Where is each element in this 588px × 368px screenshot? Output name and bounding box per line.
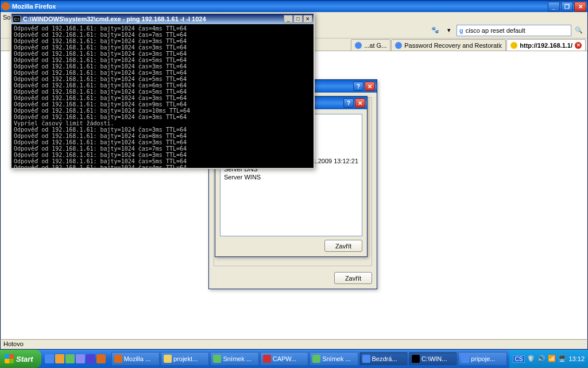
maximize-button[interactable]: □ [293,15,303,23]
close-button[interactable]: ✕ [303,15,312,23]
help-button[interactable]: ? [343,98,354,108]
taskbar-task[interactable]: Snímek ... [310,352,358,366]
firefox-title: Mozilla Firefox [12,3,548,10]
down-icon[interactable]: ▾ [443,24,455,37]
tray-icon[interactable]: 🖥️ [558,355,566,363]
start-label: Start [16,355,33,363]
status-text: Hotovo [3,340,24,347]
cmd-output[interactable]: Odpověď od 192.168.1.61: bajty=1024 čas=… [11,24,314,168]
mail-icon[interactable] [55,354,64,363]
search-go-icon[interactable]: 🔍 [572,24,585,37]
task-label: Bezdrá... [372,355,397,362]
close-dialog-button[interactable]: Zavřít [334,272,372,284]
windows-logo-icon [5,354,14,363]
favicon [355,42,362,49]
taskbar-task[interactable]: pripoje... [458,352,506,366]
language-indicator[interactable]: CS [513,355,525,363]
tray-icon[interactable]: 🔊 [537,355,546,363]
task-label: pripoje... [471,355,495,362]
task-label: CAPW... [273,355,297,362]
clock[interactable]: 13:12 [568,355,585,362]
maximize-button[interactable]: ❐ [561,2,573,12]
cmd-window: C:\ C:\WINDOWS\system32\cmd.exe - ping 1… [10,13,315,169]
favicon [510,42,517,49]
task-label: Snímek ... [322,355,351,362]
close-button[interactable]: ✕ [574,2,586,12]
google-icon: g [459,27,463,34]
task-icon [461,355,469,363]
taskbar-tasks: Mozilla ...projekt...Snímek ...CAPW...Sn… [109,352,509,366]
task-icon [164,355,172,363]
start-button[interactable]: Start [0,350,41,368]
cmd-titlebar[interactable]: C:\ C:\WINDOWS\system32\cmd.exe - ping 1… [11,14,314,24]
browser-tab[interactable]: http://192.168.1.1/✕ [506,39,586,51]
tab-label: Password Recovery and Restoration of ... [404,42,502,49]
task-label: projekt... [173,355,198,362]
firefox-statusbar: Hotovo [1,339,587,348]
favicon [395,42,402,49]
app-icon[interactable] [76,354,85,363]
taskbar-task[interactable]: Mozilla ... [111,352,160,366]
minimize-button[interactable]: _ [284,15,293,23]
cmd-icon: C:\ [13,16,21,22]
task-label: Snímek ... [223,355,252,362]
task-label: Mozilla ... [124,355,150,362]
firefox-icon [2,2,10,10]
firefox-titlebar[interactable]: Mozilla Firefox _ ❐ ✕ [1,1,587,12]
task-icon [412,355,420,363]
ie-icon[interactable] [45,354,54,363]
task-icon [213,355,221,363]
cmd-title-text: C:\WINDOWS\system32\cmd.exe - ping 192.1… [23,16,284,22]
tab-close-icon[interactable]: ✕ [575,42,582,49]
taskbar: Start Mozilla ...projekt...Snímek ...CAP… [0,350,588,368]
paw-icon[interactable]: 🐾 [429,24,442,37]
task-icon [362,355,370,363]
taskbar-task[interactable]: Bezdrá... [359,352,408,366]
browser-tab[interactable]: ...at G... [351,39,390,51]
tray-icon[interactable]: 🛡️ [527,355,535,363]
task-icon [263,355,271,363]
task-icon [114,355,122,363]
taskbar-task[interactable]: C:\WIN... [409,352,457,366]
close-dialog-button[interactable]: Zavřít [324,240,362,252]
task-label: C:\WIN... [421,355,447,362]
app-icon[interactable] [86,354,95,363]
desktop-icon[interactable] [65,354,75,363]
minimize-button[interactable]: _ [548,2,560,12]
quick-launch [41,354,109,363]
tab-label: http://192.168.1.1/ [520,42,572,49]
help-button[interactable]: ? [353,82,363,91]
search-box[interactable]: g cisco ap reset default [457,25,571,36]
close-button[interactable]: ✕ [355,98,365,108]
network-icon[interactable]: 📶 [548,355,556,363]
system-tray[interactable]: CS 🛡️ 🔊 📶 🖥️ 13:12 [509,350,588,368]
tab-label: ...at G... [364,42,386,49]
task-icon [312,355,320,363]
close-button[interactable]: ✕ [365,82,375,91]
firefox-icon[interactable] [96,354,106,363]
search-text: cisco ap reset default [466,27,525,34]
detail-row: Server WINS [224,173,358,181]
taskbar-task[interactable]: projekt... [161,352,209,366]
taskbar-task[interactable]: CAPW... [260,352,308,366]
taskbar-task[interactable]: Snímek ... [210,352,258,366]
browser-tab[interactable]: Password Recovery and Restoration of ... [391,39,506,51]
